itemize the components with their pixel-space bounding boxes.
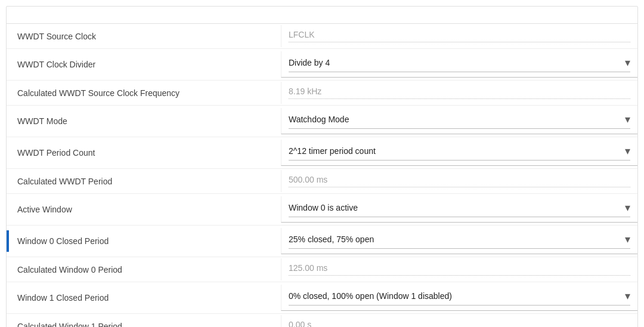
label-calc-wwdt-period: Calculated WWDT Period bbox=[7, 171, 281, 192]
dropdown-text-window0-closed-period: 25% closed, 75% open bbox=[289, 235, 374, 244]
panel-header bbox=[7, 7, 637, 24]
label-window0-closed-period: Window 0 Closed Period bbox=[7, 230, 281, 252]
readonly-text-wwdt-source-clock: LFCLK bbox=[289, 30, 315, 39]
dropdown-arrow-active-window: ▾ bbox=[625, 201, 630, 214]
dropdown-text-wwdt-period-count: 2^12 timer period count bbox=[289, 146, 376, 156]
dropdown-arrow-wwdt-period-count: ▾ bbox=[625, 144, 630, 158]
value-window0-closed-period[interactable]: 25% closed, 75% open▾ bbox=[281, 228, 637, 254]
value-wwdt-period-count[interactable]: 2^12 timer period count▾ bbox=[281, 140, 637, 166]
label-wwdt-clock-divider: WWDT Clock Divider bbox=[7, 54, 281, 75]
value-wwdt-mode[interactable]: Watchdog Mode▾ bbox=[281, 108, 637, 134]
value-calc-wwdt-source-freq: 8.19 kHz bbox=[281, 82, 637, 104]
value-calc-window1-period: 0.00 s bbox=[281, 315, 637, 327]
label-wwdt-mode: WWDT Mode bbox=[7, 110, 281, 132]
config-row-active-window[interactable]: Active WindowWindow 0 is active▾ bbox=[7, 194, 637, 226]
config-row-wwdt-mode[interactable]: WWDT ModeWatchdog Mode▾ bbox=[7, 106, 637, 137]
config-row-calc-wwdt-period: Calculated WWDT Period500.00 ms bbox=[7, 169, 637, 194]
config-row-window1-closed-period[interactable]: Window 1 Closed Period0% closed, 100% op… bbox=[7, 282, 637, 314]
value-calc-window0-period: 125.00 ms bbox=[281, 258, 637, 280]
value-wwdt-clock-divider[interactable]: Divide by 4▾ bbox=[281, 51, 637, 78]
label-window1-closed-period: Window 1 Closed Period bbox=[7, 287, 281, 309]
label-active-window: Active Window bbox=[7, 199, 281, 220]
configuration-panel: WWDT Source ClockLFCLKWWDT Clock Divider… bbox=[6, 6, 638, 327]
dropdown-text-window1-closed-period: 0% closed, 100% open (Window 1 disabled) bbox=[289, 291, 452, 301]
label-calc-window0-period: Calculated Window 0 Period bbox=[7, 259, 281, 280]
label-calc-wwdt-source-freq: Calculated WWDT Source Clock Frequency bbox=[7, 82, 281, 104]
dropdown-arrow-window1-closed-period: ▾ bbox=[625, 289, 630, 303]
readonly-text-calc-window0-period: 125.00 ms bbox=[289, 263, 327, 273]
label-calc-window1-period: Calculated Window 1 Period bbox=[7, 316, 281, 328]
config-row-calc-window1-period: Calculated Window 1 Period0.00 s bbox=[7, 314, 637, 327]
config-row-wwdt-source-clock: WWDT Source ClockLFCLK bbox=[7, 24, 637, 49]
config-row-calc-window0-period: Calculated Window 0 Period125.00 ms bbox=[7, 257, 637, 282]
value-calc-wwdt-period: 500.00 ms bbox=[281, 170, 637, 192]
dropdown-arrow-window0-closed-period: ▾ bbox=[625, 233, 630, 246]
config-row-wwdt-clock-divider[interactable]: WWDT Clock DividerDivide by 4▾ bbox=[7, 49, 637, 81]
panel-body: WWDT Source ClockLFCLKWWDT Clock Divider… bbox=[7, 24, 637, 327]
readonly-text-calc-wwdt-source-freq: 8.19 kHz bbox=[289, 87, 321, 96]
value-active-window[interactable]: Window 0 is active▾ bbox=[281, 196, 637, 223]
config-row-window0-closed-period[interactable]: Window 0 Closed Period25% closed, 75% op… bbox=[7, 226, 637, 257]
config-row-calc-wwdt-source-freq: Calculated WWDT Source Clock Frequency8.… bbox=[7, 81, 637, 106]
label-wwdt-period-count: WWDT Period Count bbox=[7, 142, 281, 164]
dropdown-arrow-wwdt-clock-divider: ▾ bbox=[625, 56, 630, 69]
readonly-text-calc-window1-period: 0.00 s bbox=[289, 320, 311, 327]
dropdown-text-active-window: Window 0 is active bbox=[289, 203, 358, 212]
dropdown-arrow-wwdt-mode: ▾ bbox=[625, 113, 630, 126]
value-wwdt-source-clock: LFCLK bbox=[281, 25, 637, 47]
dropdown-text-wwdt-clock-divider: Divide by 4 bbox=[289, 58, 330, 67]
config-row-wwdt-period-count[interactable]: WWDT Period Count2^12 timer period count… bbox=[7, 137, 637, 169]
dropdown-text-wwdt-mode: Watchdog Mode bbox=[289, 115, 349, 124]
label-wwdt-source-clock: WWDT Source Clock bbox=[7, 26, 281, 47]
readonly-text-calc-wwdt-period: 500.00 ms bbox=[289, 175, 327, 184]
value-window1-closed-period[interactable]: 0% closed, 100% open (Window 1 disabled)… bbox=[281, 285, 637, 311]
